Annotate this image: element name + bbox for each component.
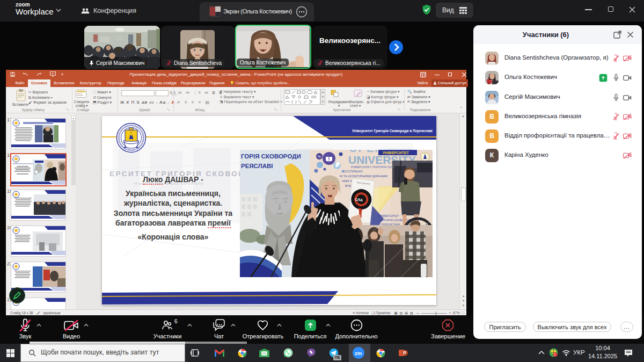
svg-text:!: !	[554, 353, 555, 357]
svg-text:УНІВЕРСИТЕТ: УНІВЕРСИТЕТ	[383, 151, 409, 155]
svg-text:P: P	[403, 350, 406, 356]
svg-text:СУСПІЛЬНО-: СУСПІЛЬНО-	[343, 170, 363, 173]
svg-text:ГОРІЯ СКОВОРОДИ: ГОРІЯ СКОВОРОДИ	[241, 153, 301, 160]
svg-text:РЕЯСЛАВІ: РЕЯСЛАВІ	[241, 163, 273, 169]
svg-text:М ТА КУЛЬТУРНИМИ ДІЯЧАМИ,: М ТА КУЛЬТУРНИМИ ДІЯЧАМИ,	[340, 175, 389, 178]
svg-text:ГРИГОРІЯ СКОВОРОДИ: ГРИГОРІЯ СКОВОРОДИ	[378, 219, 412, 222]
svg-text:%: %	[318, 155, 321, 158]
